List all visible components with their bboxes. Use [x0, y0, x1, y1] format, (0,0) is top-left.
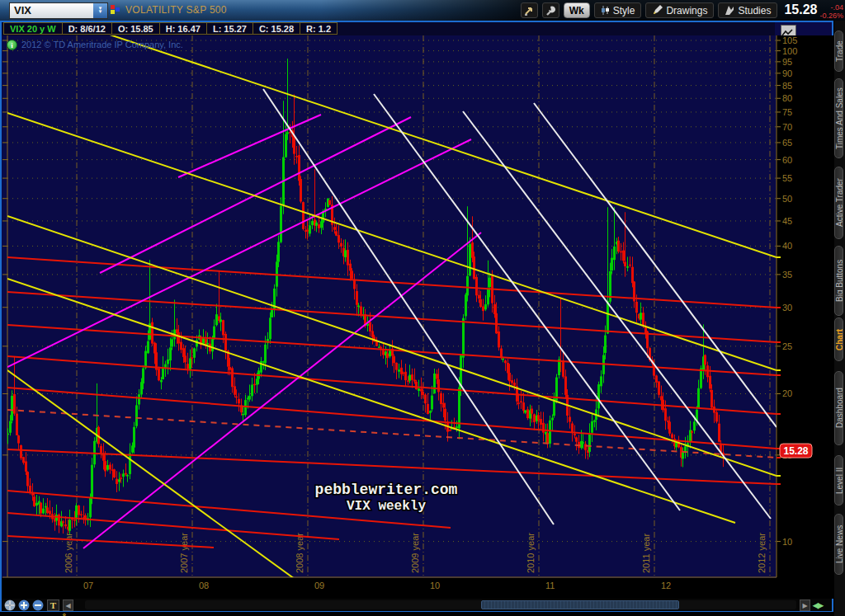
svg-text:15.28: 15.28 [783, 445, 808, 457]
svg-text:12: 12 [661, 581, 671, 590]
chart-panel: VIX 20 y W D: 8/6/12O: 15.85H: 16.47L: 1… [0, 21, 833, 612]
svg-text:2012 year: 2012 year [757, 533, 767, 573]
svg-text:65: 65 [782, 138, 792, 148]
svg-text:09: 09 [314, 581, 324, 590]
svg-text:45: 45 [782, 216, 792, 226]
svg-text:11: 11 [545, 581, 555, 590]
watermark-line1: pebblewriter.com [315, 482, 458, 498]
info-icon[interactable]: i [7, 40, 17, 50]
sidebar-tab-level-ii[interactable]: Level II [834, 455, 843, 505]
sidebar-tab-live-news[interactable]: Live News [834, 514, 843, 575]
svg-text:80: 80 [782, 93, 792, 103]
quote-block: 15.28 -.04 -0.26% [784, 1, 843, 20]
svg-text:08: 08 [199, 581, 209, 590]
ohlc-field-2: H: 16.47 [159, 22, 207, 35]
svg-text:10: 10 [782, 537, 792, 547]
chart-bottom-toolbar: T ◀ ▶ ◀▶ [2, 599, 832, 611]
svg-text:2008 year: 2008 year [295, 533, 304, 573]
copyright-text: 2012 © TD Ameritrade IP Company, Inc. [21, 40, 183, 49]
svg-text:30: 30 [782, 303, 792, 313]
collapse-chevron-icon[interactable]: « [60, 613, 68, 615]
thinkorswim-window: VIX ▾▾ VOLATILITY S&P 500 Wk [0, 0, 845, 616]
expand-horizontal-icon[interactable]: ◀▶ [813, 601, 823, 609]
change-percent: -0.26% [819, 12, 843, 20]
zoom-out-icon[interactable] [32, 600, 44, 611]
chart-plot-area[interactable]: 2006 year2007 year2008 year2009 year2010… [2, 35, 833, 599]
drawings-button[interactable]: Drawings [645, 2, 714, 18]
studies-button[interactable]: Studies [718, 2, 777, 18]
symbol-dropdown-icon[interactable]: ▾▾ [93, 3, 107, 18]
ohlc-field-4: C: 15.28 [253, 22, 300, 35]
svg-text:20: 20 [782, 388, 792, 398]
top-toolbar: VIX ▾▾ VOLATILITY S&P 500 Wk [0, 0, 845, 21]
svg-text:40: 40 [782, 241, 792, 251]
scrollbar-thumb[interactable] [481, 600, 679, 609]
sidebar-tab-active-trader[interactable]: Active Trader [834, 167, 843, 239]
ohlc-field-1: O: 15.85 [111, 22, 160, 35]
studies-icon [725, 5, 734, 16]
scroll-left-icon[interactable]: ◀ [63, 600, 73, 611]
svg-text:2010 year: 2010 year [526, 533, 536, 573]
ohlc-field-5: R: 1.2 [300, 22, 338, 35]
symbol-value: VIX [10, 3, 93, 18]
ohlc-field-0: D: 8/6/12 [62, 22, 112, 35]
settings-button[interactable] [542, 2, 559, 18]
svg-text:50: 50 [782, 194, 792, 204]
zoom-in-icon[interactable] [18, 600, 30, 611]
link-color-cube-icon[interactable] [111, 5, 120, 15]
svg-text:55: 55 [782, 173, 792, 183]
chart-scrollbar[interactable] [85, 600, 796, 609]
axis-settings-icon[interactable] [781, 25, 796, 36]
pencil-icon [652, 5, 663, 16]
candle-style-icon [601, 5, 610, 16]
sidebar-tab-dashboard[interactable]: Dashboard [834, 371, 843, 445]
ohlc-field-3: L: 15.27 [206, 22, 253, 35]
series-label: VIX 20 y W [3, 22, 63, 35]
wrench-icon [545, 5, 556, 16]
last-price: 15.28 [784, 1, 817, 19]
svg-text:2011 year: 2011 year [641, 534, 651, 573]
svg-text:25: 25 [782, 341, 792, 351]
studies-button-label: Studies [738, 5, 771, 16]
svg-text:105: 105 [782, 35, 797, 45]
svg-text:85: 85 [782, 81, 792, 91]
text-tool-button[interactable]: T [47, 600, 59, 611]
scroll-right-icon[interactable]: ▶ [800, 600, 810, 611]
price-change: -.04 -0.26% [819, 1, 843, 20]
sidebar-tabstrip: TradeTimes And SalesActive TraderBig But… [834, 21, 845, 616]
svg-text:60: 60 [782, 155, 792, 165]
svg-text:10: 10 [430, 581, 440, 590]
ohlc-status-bar: VIX 20 y W D: 8/6/12O: 15.85H: 16.47L: 1… [2, 22, 775, 36]
svg-text:2007 year: 2007 year [179, 533, 189, 573]
drawings-button-label: Drawings [666, 5, 707, 16]
sidebar-tab-times-and-sales[interactable]: Times And Sales [834, 78, 843, 158]
sidebar-tab-big-buttons[interactable]: Big Buttons [834, 246, 843, 316]
style-button[interactable]: Style [594, 2, 642, 18]
cursor-icon [524, 5, 535, 16]
timeframe-button[interactable]: Wk [564, 2, 590, 18]
svg-text:75: 75 [782, 107, 792, 117]
change-value: -.04 [830, 3, 843, 12]
copyright-row: i 2012 © TD Ameritrade IP Company, Inc. [7, 39, 183, 50]
pan-icon[interactable] [4, 600, 16, 611]
pointer-tool-button[interactable] [521, 2, 538, 18]
watermark-line2: VIX weekly [347, 499, 426, 514]
svg-text:70: 70 [782, 122, 792, 132]
sidebar-tab-trade[interactable]: Trade [834, 31, 843, 72]
svg-text:95: 95 [782, 57, 792, 67]
svg-text:2009 year: 2009 year [410, 533, 420, 573]
svg-text:100: 100 [782, 46, 797, 56]
sidebar-tab-chart[interactable]: Chart [834, 317, 843, 361]
topbar-right-group: Wk Style Drawings [521, 0, 843, 21]
svg-text:07: 07 [83, 581, 93, 590]
symbol-description: VOLATILITY S&P 500 [125, 4, 227, 16]
svg-text:90: 90 [782, 68, 792, 78]
style-button-label: Style [613, 5, 635, 16]
symbol-input[interactable]: VIX ▾▾ [9, 2, 108, 19]
svg-text:35: 35 [782, 270, 792, 280]
